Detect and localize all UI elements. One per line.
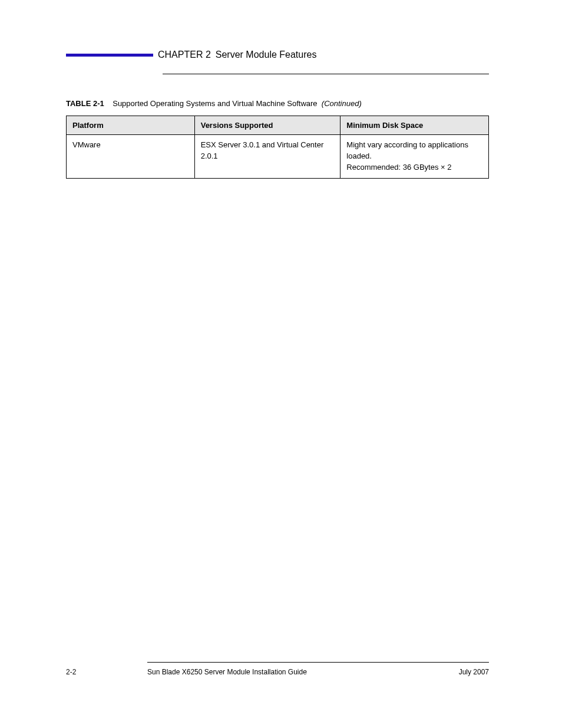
page-number: 2-2 (66, 668, 76, 676)
table-header-row: Platform Versions Supported Minimum Disk… (67, 116, 489, 135)
chapter-title: Server Module Features (216, 50, 317, 60)
table-row: VMware ESX Server 3.0.1 and Virtual Cent… (67, 135, 489, 179)
header-rule (163, 74, 489, 74)
table-caption-text: Supported Operating Systems and Virtual … (113, 99, 317, 108)
footer-doc-date: July 2007 (459, 668, 489, 676)
cell-disk-line1: Might vary according to applications loa… (346, 140, 468, 160)
table-continued: (Continued) (322, 99, 362, 108)
table-label: TABLE 2-1 (66, 99, 104, 108)
cell-disk-recommended-label: Recommended: (346, 163, 401, 172)
footer-rule (147, 662, 489, 663)
header-accent-bar (66, 54, 153, 57)
col-header-platform: Platform (67, 116, 195, 135)
chapter-kicker: CHAPTER 2 (158, 50, 211, 60)
table-caption: TABLE 2-1 Supported Operating Systems an… (66, 99, 362, 108)
cell-platform: VMware (67, 135, 195, 179)
supported-os-table: Platform Versions Supported Minimum Disk… (66, 116, 489, 179)
cell-disk: Might vary according to applications loa… (340, 135, 489, 179)
col-header-versions: Versions Supported (194, 116, 340, 135)
footer-doc-title: Sun Blade X6250 Server Module Installati… (147, 668, 307, 676)
col-header-disk: Minimum Disk Space (340, 116, 489, 135)
cell-disk-recommended-value: 36 GBytes × 2 (403, 163, 452, 172)
page-footer: Sun Blade X6250 Server Module Installati… (147, 668, 489, 676)
cell-versions: ESX Server 3.0.1 and Virtual Center 2.0.… (194, 135, 340, 179)
chapter-header: CHAPTER 2 Server Module Features (66, 50, 489, 60)
